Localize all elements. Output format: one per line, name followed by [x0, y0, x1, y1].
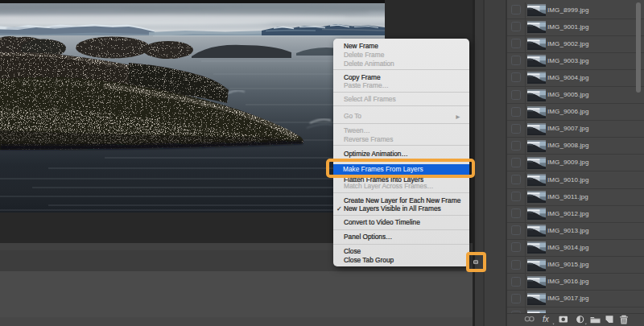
- svg-text:fx: fx: [543, 315, 550, 324]
